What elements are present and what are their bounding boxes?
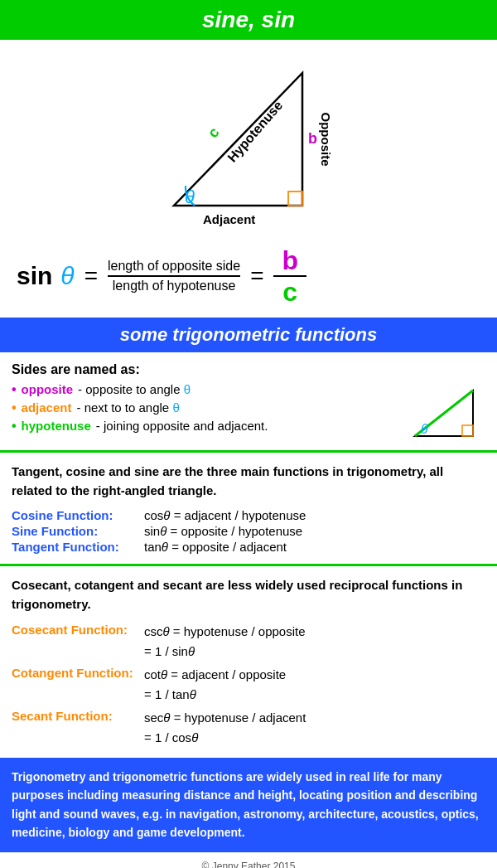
label-opposite: opposite bbox=[22, 382, 74, 396]
sides-header: Sides are named as: bbox=[12, 362, 485, 377]
footer-copyright: © Jenny Eather 2015 bbox=[202, 861, 296, 868]
list-item: Secant Function: secθ = hypotenuse / adj… bbox=[12, 708, 485, 748]
page-title: sine, sin bbox=[202, 7, 295, 32]
trig-functions-table: Cosine Function: cosθ = adjacent / hypot… bbox=[12, 508, 485, 554]
desc-opposite: - opposite to angle θ bbox=[78, 382, 191, 396]
desc-hypotenuse: - joining opposite and adjacent. bbox=[96, 419, 268, 433]
cotangent-name: Cotangent Function: bbox=[12, 665, 144, 680]
svg-text:Opposite: Opposite bbox=[319, 112, 333, 166]
triangle-section: θ Hypotenuse c b Opposite Adjacent a bbox=[0, 40, 497, 239]
formula-equals1: = bbox=[84, 263, 98, 289]
tangent-function-name: Tangent Function: bbox=[12, 540, 144, 554]
sides-content: • opposite - opposite to angle θ • adjac… bbox=[12, 382, 485, 440]
sine-function-formula: sinθ = opposite / hypotenuse bbox=[144, 524, 302, 538]
label-hypotenuse: hypotenuse bbox=[22, 419, 91, 433]
triangle-svg: θ Hypotenuse c b Opposite Adjacent a bbox=[157, 61, 340, 226]
formula-sin-label: sin bbox=[17, 262, 52, 290]
list-item: Sine Function: sinθ = opposite / hypoten… bbox=[12, 524, 485, 538]
formula-b-label: b bbox=[273, 247, 306, 277]
formula-bc: b c bbox=[273, 247, 306, 305]
fraction-numerator: length of opposite side bbox=[108, 259, 240, 277]
secant-formulas: secθ = hypotenuse / adjacent = 1 / cosθ bbox=[144, 708, 306, 748]
svg-text:θ: θ bbox=[421, 422, 428, 436]
bullet-hypotenuse: • bbox=[12, 419, 17, 434]
recip-functions-table: Cosecant Function: cscθ = hypotenuse / o… bbox=[12, 622, 485, 748]
tangent-function-formula: tanθ = opposite / adjacent bbox=[144, 540, 287, 554]
secant-name: Secant Function: bbox=[12, 708, 144, 723]
page-footer: © Jenny Eather 2015 bbox=[0, 852, 497, 868]
bottom-blue-text: Trigonometry and trigonometric functions… bbox=[12, 768, 485, 842]
label-adjacent: adjacent bbox=[22, 400, 72, 415]
bullet-adjacent: • bbox=[12, 400, 17, 415]
list-item: Cosine Function: cosθ = adjacent / hypot… bbox=[12, 508, 485, 522]
list-item: • opposite - opposite to angle θ bbox=[12, 382, 403, 397]
sine-function-name: Sine Function: bbox=[12, 524, 144, 538]
list-item: • adjacent - next to to angle θ bbox=[12, 400, 403, 415]
sides-list: • opposite - opposite to angle θ • adjac… bbox=[12, 382, 403, 437]
fraction-denominator: length of hypotenuse bbox=[113, 277, 236, 293]
list-item: • hypotenuse - joining opposite and adja… bbox=[12, 419, 403, 434]
formula-equals2: = bbox=[250, 263, 263, 289]
cosecant-formulas: cscθ = hypotenuse / opposite = 1 / sinθ bbox=[144, 622, 306, 662]
cosine-function-formula: cosθ = adjacent / hypotenuse bbox=[144, 508, 306, 522]
trig-intro-text: Tangent, cosine and sine are the three m… bbox=[12, 463, 485, 500]
triangle-container: θ Hypotenuse c b Opposite Adjacent a bbox=[157, 61, 340, 226]
trig-section: Tangent, cosine and sine are the three m… bbox=[0, 453, 497, 566]
desc-adjacent: - next to to angle θ bbox=[76, 400, 179, 415]
page-header: sine, sin bbox=[0, 0, 497, 40]
small-triangle-svg: θ bbox=[411, 382, 485, 440]
formula-fraction: length of opposite side length of hypote… bbox=[108, 259, 240, 293]
blue-section-header: some trigonometric functions bbox=[0, 318, 497, 352]
bottom-blue-section: Trigonometry and trigonometric functions… bbox=[0, 758, 497, 852]
cosine-function-name: Cosine Function: bbox=[12, 508, 144, 522]
svg-text:θ: θ bbox=[185, 187, 195, 207]
cotangent-formulas: cotθ = adjacent / opposite = 1 / tanθ bbox=[144, 665, 286, 705]
list-item: Cosecant Function: cscθ = hypotenuse / o… bbox=[12, 622, 485, 662]
svg-text:b: b bbox=[308, 130, 317, 147]
svg-text:Adjacent: Adjacent bbox=[203, 212, 255, 226]
cosecant-name: Cosecant Function: bbox=[12, 622, 144, 637]
list-item: Cotangent Function: cotθ = adjacent / op… bbox=[12, 665, 485, 705]
svg-text:c: c bbox=[205, 124, 223, 142]
bullet-opposite: • bbox=[12, 382, 17, 397]
formula-section: sin θ = length of opposite side length o… bbox=[0, 239, 497, 318]
list-item: Tangent Function: tanθ = opposite / adja… bbox=[12, 540, 485, 554]
recip-intro-text: Cosecant, cotangent and secant are less … bbox=[12, 576, 485, 613]
sides-section: Sides are named as: • opposite - opposit… bbox=[0, 352, 497, 453]
blue-section-title: some trigonometric functions bbox=[120, 324, 377, 345]
formula-c-label: c bbox=[274, 277, 306, 305]
svg-text:a: a bbox=[243, 225, 252, 226]
recip-section: Cosecant, cotangent and secant are less … bbox=[0, 566, 497, 758]
formula-theta: θ bbox=[60, 262, 74, 290]
